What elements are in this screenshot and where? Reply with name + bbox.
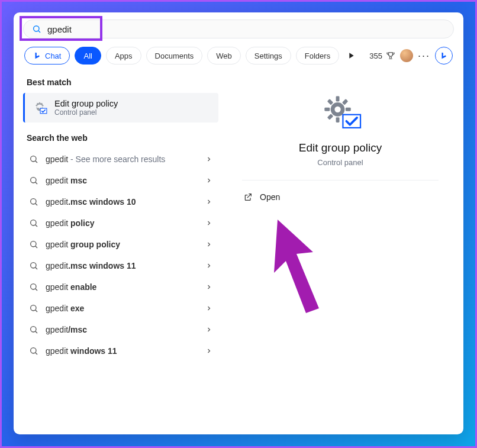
- svg-line-22: [36, 353, 37, 354]
- search-icon: [29, 240, 38, 249]
- tab-documents-label: Documents: [155, 51, 194, 60]
- preview-icon-wrap: [242, 92, 439, 133]
- more-tabs-icon[interactable]: [346, 51, 356, 60]
- open-action[interactable]: Open: [242, 189, 439, 205]
- svg-rect-28: [342, 99, 348, 105]
- web-result-item[interactable]: gpedit exe: [23, 298, 218, 319]
- svg-rect-24: [336, 96, 340, 102]
- results-split: Best match Edit group policy Control pan…: [23, 73, 454, 425]
- svg-point-32: [334, 107, 340, 112]
- preview-subtitle: Control panel: [242, 158, 439, 167]
- bing-icon: [440, 51, 448, 60]
- tab-settings[interactable]: Settings: [246, 47, 291, 65]
- svg-line-16: [36, 289, 37, 291]
- chevron-right-icon: [205, 156, 212, 163]
- search-icon: [29, 282, 38, 292]
- svg-point-3: [31, 156, 36, 162]
- svg-rect-27: [346, 108, 351, 111]
- svg-rect-26: [324, 108, 330, 111]
- web-result-item[interactable]: gpedit - See more search results: [23, 149, 218, 170]
- svg-point-19: [31, 327, 36, 332]
- tab-folders[interactable]: Folders: [296, 47, 339, 65]
- search-icon: [29, 325, 38, 334]
- chevron-right-icon: [205, 326, 212, 333]
- svg-rect-30: [327, 99, 333, 105]
- web-result-label: gpedit.msc windows 11: [46, 261, 198, 270]
- svg-point-0: [34, 26, 39, 31]
- chevron-right-icon: [205, 177, 212, 184]
- chevron-right-icon: [205, 283, 212, 291]
- svg-point-5: [31, 178, 36, 183]
- results-left: Best match Edit group policy Control pan…: [23, 73, 218, 425]
- tab-documents[interactable]: Documents: [146, 47, 203, 65]
- web-results-list: gpedit - See more search resultsgpedit m…: [23, 149, 218, 362]
- search-icon: [29, 218, 38, 228]
- tab-apps-label: Apps: [115, 51, 133, 60]
- web-result-label: gpedit exe: [46, 304, 198, 313]
- open-external-icon: [243, 192, 253, 202]
- web-result-item[interactable]: gpedit.msc windows 11: [23, 255, 218, 276]
- search-icon: [29, 261, 38, 270]
- web-result-label: gpedit.msc windows 10: [46, 197, 198, 207]
- tab-chat-label: Chat: [45, 51, 61, 60]
- chevron-right-icon: [205, 305, 212, 312]
- web-result-item[interactable]: gpedit windows 11: [23, 340, 218, 362]
- svg-point-17: [31, 305, 36, 311]
- tab-chat[interactable]: Chat: [24, 47, 70, 65]
- svg-line-10: [36, 225, 37, 227]
- svg-rect-29: [327, 114, 333, 120]
- web-result-label: gpedit msc: [46, 176, 198, 185]
- tab-all[interactable]: All: [75, 47, 101, 65]
- rewards-value: 355: [369, 51, 382, 60]
- search-icon: [29, 154, 38, 164]
- svg-line-1: [38, 31, 40, 33]
- svg-point-15: [31, 284, 36, 289]
- best-match-header: Best match: [23, 73, 218, 93]
- preview-divider: [242, 180, 439, 181]
- search-icon: [29, 176, 38, 185]
- web-result-item[interactable]: gpedit/msc: [23, 319, 218, 340]
- search-input[interactable]: [47, 24, 445, 34]
- tab-folders-label: Folders: [305, 51, 330, 60]
- web-result-item[interactable]: gpedit group policy: [23, 234, 218, 255]
- web-result-label: gpedit enable: [46, 282, 198, 292]
- search-row: [23, 20, 454, 38]
- search-icon: [29, 304, 38, 313]
- web-result-item[interactable]: gpedit enable: [23, 276, 218, 298]
- best-match-item[interactable]: Edit group policy Control panel: [23, 93, 218, 123]
- svg-point-9: [31, 220, 36, 225]
- rewards-points[interactable]: 355: [369, 51, 395, 60]
- svg-line-20: [36, 331, 37, 333]
- svg-line-18: [36, 310, 37, 312]
- svg-point-11: [31, 241, 36, 247]
- chevron-right-icon: [205, 220, 212, 227]
- bing-button[interactable]: [435, 47, 453, 65]
- web-result-item[interactable]: gpedit.msc windows 10: [23, 191, 218, 212]
- svg-rect-25: [336, 117, 340, 123]
- web-result-label: gpedit - See more search results: [46, 154, 198, 164]
- web-result-item[interactable]: gpedit policy: [23, 212, 218, 234]
- search-box[interactable]: [23, 20, 454, 38]
- more-menu-icon[interactable]: ···: [418, 50, 430, 62]
- svg-point-13: [31, 263, 36, 268]
- web-result-label: gpedit windows 11: [46, 346, 198, 356]
- svg-point-7: [31, 199, 36, 204]
- web-result-label: gpedit policy: [46, 218, 198, 228]
- web-result-item[interactable]: gpedit msc: [23, 170, 218, 191]
- gear-check-icon: [32, 100, 47, 115]
- svg-line-12: [36, 246, 37, 248]
- search-icon: [29, 197, 38, 207]
- svg-line-6: [36, 182, 37, 184]
- avatar[interactable]: [400, 49, 413, 62]
- chevron-right-icon: [205, 262, 212, 269]
- web-result-label: gpedit/msc: [46, 325, 198, 334]
- search-web-header: Search the web: [23, 128, 218, 149]
- tab-web[interactable]: Web: [207, 47, 241, 65]
- bing-chat-icon: [33, 51, 41, 60]
- chevron-right-icon: [205, 347, 212, 354]
- preview-pane: Edit group policy Control panel Open: [227, 73, 454, 425]
- tab-web-label: Web: [216, 51, 232, 60]
- svg-line-8: [36, 204, 37, 205]
- svg-point-21: [31, 348, 36, 353]
- tab-apps[interactable]: Apps: [106, 47, 141, 65]
